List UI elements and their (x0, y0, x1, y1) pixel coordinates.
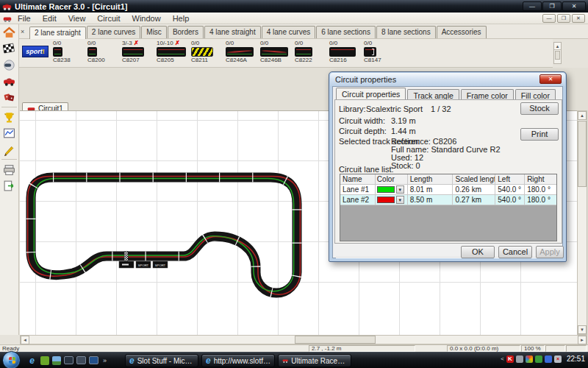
tab-6-lane-sections[interactable]: 6 lane sections (316, 26, 376, 38)
taskbar-task-ultimate-racer[interactable]: Ultimate Racer 3.0 - ... (278, 354, 351, 367)
track-piece-icon (191, 47, 213, 57)
menu-edit[interactable]: Edit (37, 14, 62, 23)
scroll-thumb[interactable] (555, 51, 560, 60)
lane-color-cell[interactable]: ▼ (376, 185, 408, 195)
tab-accessories[interactable]: Accessories (437, 26, 487, 38)
part-button-c8147[interactable]: 0/0C8147 (362, 39, 396, 67)
part-button-c8211[interactable]: 0/0C8211 (190, 39, 223, 67)
scroll-right-icon[interactable]: ► (578, 336, 587, 344)
part-button-c8246a[interactable]: 0/0C8246A (224, 39, 258, 67)
tab-misc[interactable]: Misc (141, 26, 167, 38)
edit-button[interactable] (0, 141, 18, 158)
mdi-close-button[interactable]: ✕ (572, 14, 585, 23)
menu-file[interactable]: File (12, 14, 37, 23)
display-2-icon[interactable] (76, 356, 86, 364)
dialog-body: Circuit properties Track angle Frame col… (332, 86, 563, 258)
lane-row-1[interactable]: Lane #1 ▼ 8.01 m 0.26 km 540.0 ° 180.0 ° (340, 185, 556, 195)
part-ref: C8205 (157, 57, 189, 63)
messenger-icon[interactable] (40, 356, 49, 365)
minimize-button[interactable]: — (523, 1, 542, 11)
track-piece-icon (122, 47, 144, 57)
maximize-button[interactable]: ❐ (542, 1, 562, 11)
start-button[interactable] (2, 351, 21, 368)
tray-icon-4[interactable] (545, 355, 552, 363)
driver-button[interactable] (0, 57, 18, 73)
cancel-button[interactable]: Cancel (498, 246, 532, 258)
part-button-c8207[interactable]: 3/-3 ✗C8207 (121, 39, 154, 67)
print-button[interactable]: Print (520, 128, 559, 141)
dialog-close-button[interactable]: ✕ (539, 74, 562, 84)
canvas-hscrollbar[interactable]: ◄ ► (20, 335, 587, 344)
lane-color-cell[interactable]: ▼ (376, 195, 408, 205)
circuit-depth-value: 1.44 m (391, 127, 416, 135)
tray-collapse-icon[interactable]: < (501, 355, 504, 362)
scroll-left-icon[interactable]: ◄ (21, 336, 29, 344)
tray-icon-1[interactable] (516, 355, 523, 363)
hscroll-thumb[interactable] (295, 336, 376, 344)
dialog-title-bar[interactable]: Circuit properties (330, 73, 565, 86)
statistics-button[interactable] (0, 125, 18, 141)
track-piece-icon (329, 47, 356, 57)
taskbar-task-slotstuff[interactable]: eSlot Stuff - Michael ... (125, 354, 198, 367)
menu-help[interactable]: Help (167, 14, 196, 23)
tab-2-lane-curves[interactable]: 2 lane curves (87, 26, 140, 38)
home-button[interactable] (0, 24, 18, 40)
results-button[interactable] (0, 109, 18, 125)
part-button-c8222[interactable]: 0/0C8222 (293, 39, 327, 67)
scroll-down-icon[interactable]: ▼ (578, 325, 587, 334)
kaspersky-tray-icon[interactable]: K (506, 355, 514, 363)
volume-muted-icon[interactable]: × (554, 355, 562, 363)
tab-8-lane-sections[interactable]: 8 lane sections (376, 26, 436, 38)
tray-icon-3[interactable] (535, 355, 542, 363)
lane-left-angle: 540.0 ° (495, 185, 525, 195)
menu-view[interactable]: View (62, 14, 92, 23)
tab-borders[interactable]: Borders (168, 26, 204, 38)
menu-window[interactable]: Window (126, 14, 167, 23)
mdi-restore-button[interactable]: ❐ (557, 14, 570, 23)
home-icon (3, 26, 15, 39)
mdi-minimize-button[interactable]: — (542, 14, 556, 23)
canvas-vscrollbar[interactable]: ▲ ▼ (577, 110, 587, 335)
part-button-c8200[interactable]: 0/0C8200 (86, 39, 120, 67)
col-scaled-length: Scaled length (453, 174, 495, 185)
race-button[interactable] (0, 40, 18, 57)
export-button[interactable] (0, 177, 18, 194)
part-button-c8246b[interactable]: 0/0C8246B (259, 39, 293, 67)
random-button[interactable] (0, 89, 18, 105)
printer-icon (3, 163, 15, 176)
track-piece-icon (87, 47, 97, 57)
part-button-c8216[interactable]: 0/0C8216 (328, 39, 362, 67)
status-bar: Ready 2.7 , -1.2 m 0.0 x 0.0 (D:0.0 m) 1… (0, 344, 588, 352)
parts-scrollbar[interactable]: ▲ (553, 42, 562, 64)
color-dropdown-icon[interactable]: ▼ (396, 196, 404, 204)
display-icon[interactable] (64, 356, 74, 364)
tab-4-lane-curves[interactable]: 4 lane curves (262, 26, 315, 38)
brand-accent: ! (43, 48, 45, 55)
circuit-depth-label: Circuit depth: (339, 127, 387, 135)
photos-icon[interactable] (52, 356, 61, 365)
overflow-chevron-icon[interactable]: » (103, 357, 107, 364)
scroll-up-icon[interactable]: ▲ (554, 43, 561, 50)
part-button-c8205[interactable]: 10/-10 ✗C8205 (155, 39, 189, 67)
tab-2-lane-straight[interactable]: 2 lane straight (29, 26, 86, 39)
internet-explorer-icon: e (129, 356, 135, 365)
car-button[interactable] (0, 73, 18, 89)
ok-button[interactable]: OK (461, 246, 495, 258)
lane-row-2[interactable]: Lane #2 ▼ 8.50 m 0.27 km 540.0 ° 180.0 ° (340, 195, 556, 205)
scroll-up-icon[interactable]: ▲ (578, 111, 587, 120)
app-icon (2, 1, 12, 11)
part-button-c8238[interactable]: 0/0C8238 (51, 39, 85, 67)
toolbar-close-icon[interactable]: × (21, 28, 24, 35)
print-button[interactable] (0, 161, 18, 177)
tray-icon-2[interactable] (526, 355, 533, 363)
stock-button[interactable]: Stock (520, 102, 559, 115)
menu-circuit[interactable]: Circuit (91, 14, 126, 23)
tab-4-lane-straight[interactable]: 4 lane straight (204, 26, 261, 38)
track-band (31, 177, 297, 293)
close-button[interactable]: ✕ (562, 1, 586, 11)
color-dropdown-icon[interactable]: ▼ (396, 185, 404, 194)
internet-explorer-icon[interactable]: e (26, 355, 37, 366)
remote-desktop-icon[interactable] (89, 356, 98, 364)
vscroll-thumb[interactable] (578, 121, 587, 187)
taskbar-task-slotforum[interactable]: ehttp://www.slotforu... (201, 354, 275, 367)
